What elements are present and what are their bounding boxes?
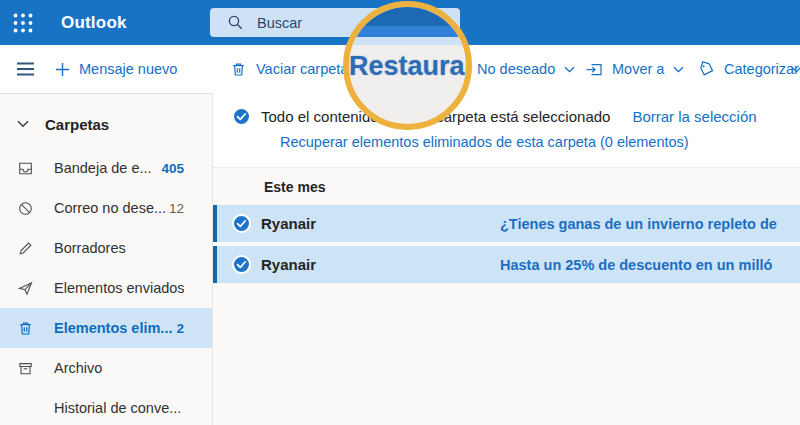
sidebar-item-drafts[interactable]: Borradores [0,228,212,268]
empty-folder-button[interactable]: Vaciar carpeta [230,45,348,93]
search-placeholder: Buscar [257,15,302,31]
send-icon [16,280,35,297]
junk-button[interactable]: No deseado [477,45,575,93]
unread-count: 405 [161,161,184,176]
unread-count: 12 [169,201,184,216]
email-row[interactable]: Ryanair ¿Tienes ganas de un invierno rep… [213,205,800,242]
magnified-restore-label: Restaurar [349,51,466,82]
select-all-checkbox[interactable] [232,107,251,126]
app-launcher-icon[interactable] [0,0,46,45]
sidebar-item-conversation-history[interactable]: Historial de conve... [0,388,212,425]
sidebar-item-deleted[interactable]: Elementos elim... 2 [0,308,212,348]
inbox-icon [16,160,35,177]
archive-icon [16,360,35,377]
sidebar-item-sent[interactable]: Elementos enviados [0,268,212,308]
email-sender: Ryanair [261,256,316,273]
item-count: 2 [176,321,184,336]
email-subject: ¿Tienes ganas de un invierno repleto de [500,216,777,232]
pencil-icon [16,240,35,257]
trash-icon [230,61,247,78]
folders-header[interactable]: Carpetas [0,104,212,144]
search-icon [227,14,244,31]
email-sender: Ryanair [261,215,316,232]
magnified-header-edge [349,26,466,37]
trash-icon [16,320,35,337]
categorize-button[interactable]: Categorizar [698,45,799,93]
magnifier-highlight: Restaurar [343,1,472,130]
message-list-pane: Todo el contenido de esta carpeta está s… [213,93,800,425]
move-to-button[interactable]: Mover a [585,45,684,93]
sidebar-item-archive[interactable]: Archivo [0,348,212,388]
chevron-down-icon [17,120,29,128]
hamburger-menu-icon[interactable] [16,62,35,76]
tag-icon [698,61,715,78]
new-message-button[interactable]: Mensaje nuevo [55,45,177,93]
chevron-down-icon[interactable] [791,45,800,93]
list-group-header: Este mes [213,168,800,205]
move-to-folder-icon [585,60,603,78]
email-row[interactable]: Ryanair Hasta un 25% de descuento en un … [213,246,800,283]
chevron-down-icon [673,66,684,73]
magnified-search-band [349,37,466,45]
recover-deleted-link[interactable]: Recuperar elementos eliminados de esta c… [280,134,689,150]
block-icon [16,200,35,217]
email-subject: Hasta un 25% de descuento en un milló [500,257,772,273]
clear-selection-link[interactable]: Borrar la selección [632,108,756,125]
sidebar-item-inbox[interactable]: Bandeja de e... 405 [0,148,212,188]
email-checkbox[interactable] [232,255,251,274]
email-checkbox[interactable] [232,214,251,233]
selection-header: Todo el contenido de esta carpeta está s… [213,93,800,168]
chevron-down-icon [564,66,575,73]
app-title: Outlook [61,13,127,33]
sidebar-item-junk[interactable]: Correo no dese... 12 [0,188,212,228]
plus-icon [55,62,70,77]
folder-pane: Carpetas Bandeja de e... 405 Correo no d… [0,93,213,425]
